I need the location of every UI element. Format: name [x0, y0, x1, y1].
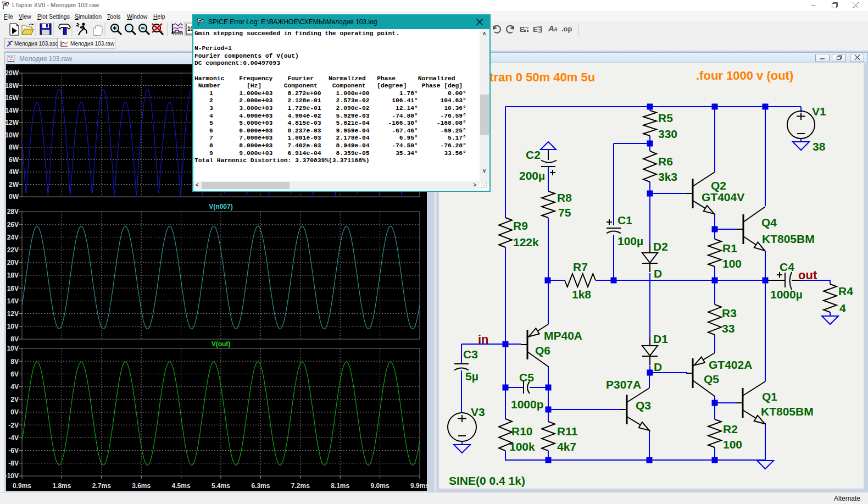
svg-text:14W: 14W: [5, 107, 19, 114]
svg-text:26V: 26V: [7, 221, 19, 229]
svg-text:10V: 10V: [7, 323, 19, 330]
svg-text:C2: C2: [526, 148, 541, 161]
svg-text:out: out: [798, 268, 817, 282]
svg-text:R10: R10: [511, 425, 533, 437]
svg-text:V3: V3: [471, 406, 485, 418]
svg-text:4k7: 4k7: [557, 440, 576, 453]
svg-text:R5: R5: [658, 112, 673, 124]
svg-text:R6: R6: [658, 155, 673, 168]
svg-text:2W: 2W: [9, 181, 19, 189]
svg-text:1k8: 1k8: [572, 288, 591, 301]
svg-text:R1: R1: [722, 242, 737, 254]
svg-text:122k: 122k: [513, 236, 539, 248]
svg-text:12V: 12V: [7, 310, 19, 318]
svg-text:7.2ms: 7.2ms: [291, 482, 310, 490]
svg-text:8V: 8V: [10, 358, 19, 365]
svg-text:330: 330: [658, 128, 677, 140]
svg-text:R9: R9: [513, 219, 528, 232]
svg-text:KT805BM: KT805BM: [762, 232, 815, 245]
svg-text:16W: 16W: [5, 94, 19, 102]
svg-text:Q1: Q1: [762, 390, 777, 403]
svg-text:5µ: 5µ: [465, 370, 478, 383]
svg-text:R8: R8: [557, 191, 572, 204]
svg-text:0W: 0W: [9, 193, 19, 201]
svg-text:R4: R4: [838, 285, 853, 297]
svg-text:P307A: P307A: [606, 378, 641, 391]
svg-text:MP40A: MP40A: [544, 329, 582, 342]
svg-text:10V: 10V: [7, 345, 19, 352]
svg-text:Q2: Q2: [711, 179, 726, 192]
svg-text:9.9ms: 9.9ms: [410, 482, 429, 490]
svg-text:4: 4: [839, 302, 846, 314]
svg-text:12W: 12W: [5, 119, 19, 126]
svg-text:.tran 0 50m 40m 5u: .tran 0 50m 40m 5u: [486, 70, 595, 84]
svg-text:4V: 4V: [10, 383, 19, 391]
svg-text:0V: 0V: [10, 408, 19, 416]
svg-text:SINE(0 0.4 1k): SINE(0 0.4 1k): [449, 474, 525, 487]
svg-text:1000p: 1000p: [511, 398, 544, 411]
svg-text:C5: C5: [519, 371, 534, 384]
svg-text:-10V: -10V: [5, 472, 19, 480]
svg-text:R7: R7: [573, 261, 588, 273]
svg-text:C3: C3: [463, 348, 478, 361]
svg-text:8.1ms: 8.1ms: [331, 482, 349, 490]
svg-text:1000µ: 1000µ: [770, 288, 803, 301]
svg-text:16V: 16V: [7, 285, 19, 292]
svg-text:Q5: Q5: [704, 373, 719, 385]
svg-text:6.3ms: 6.3ms: [251, 482, 270, 490]
svg-text:V(out): V(out): [212, 340, 231, 348]
svg-text:4W: 4W: [9, 168, 19, 176]
svg-text:C1: C1: [617, 214, 632, 226]
svg-text:8W: 8W: [9, 143, 19, 151]
svg-text:28V: 28V: [7, 208, 19, 215]
svg-text:-2V: -2V: [8, 422, 19, 429]
svg-text:R3: R3: [722, 307, 737, 319]
svg-text:KT805BM: KT805BM: [761, 405, 814, 418]
svg-text:V1: V1: [812, 105, 826, 118]
svg-text:8V: 8V: [10, 335, 19, 343]
svg-text:75: 75: [558, 206, 571, 219]
svg-text:6W: 6W: [9, 156, 19, 164]
svg-text:V(n007): V(n007): [209, 203, 232, 211]
svg-text:D1: D1: [653, 333, 668, 345]
svg-text:14V: 14V: [7, 297, 19, 305]
svg-text:2V: 2V: [10, 396, 19, 403]
svg-text:3k3: 3k3: [658, 170, 677, 183]
svg-text:R11: R11: [557, 425, 578, 437]
svg-text:0.9ms: 0.9ms: [13, 482, 31, 490]
svg-text:E: E: [520, 25, 525, 34]
svg-text:22V: 22V: [7, 246, 19, 254]
svg-text:GT404V: GT404V: [702, 191, 744, 203]
svg-text:GT402A: GT402A: [709, 358, 752, 371]
svg-text:-8V: -8V: [8, 459, 19, 467]
svg-text:Q6: Q6: [535, 344, 550, 357]
svg-text:100: 100: [722, 257, 742, 270]
svg-text:3.6ms: 3.6ms: [132, 482, 151, 490]
svg-text:4.5ms: 4.5ms: [172, 482, 191, 490]
svg-text:a: a: [554, 25, 558, 33]
svg-text:100k: 100k: [509, 440, 535, 453]
svg-text:.four 1000 v (out): .four 1000 v (out): [696, 69, 793, 82]
svg-text:.op: .op: [561, 25, 572, 33]
svg-text:2.7ms: 2.7ms: [92, 482, 111, 490]
svg-text:20V: 20V: [7, 259, 19, 267]
svg-text:D: D: [654, 267, 662, 280]
svg-text:∃: ∃: [538, 26, 542, 34]
svg-text:20W: 20W: [5, 69, 19, 77]
svg-text:-6V: -6V: [8, 447, 19, 455]
svg-text:C4: C4: [780, 261, 794, 273]
svg-text:Q4: Q4: [761, 216, 777, 229]
svg-text:24V: 24V: [7, 234, 19, 241]
svg-text:in: in: [478, 333, 489, 346]
svg-text:9.0ms: 9.0ms: [371, 482, 390, 490]
svg-text:R2: R2: [723, 423, 738, 435]
svg-text:18V: 18V: [7, 272, 19, 279]
svg-text:200µ: 200µ: [519, 169, 545, 182]
svg-text:100: 100: [723, 438, 742, 451]
svg-text:38: 38: [813, 140, 826, 153]
svg-text:-4V: -4V: [8, 434, 19, 442]
svg-text:D2: D2: [653, 240, 668, 253]
svg-text:10W: 10W: [5, 131, 19, 139]
svg-text:5.4ms: 5.4ms: [212, 482, 230, 490]
svg-text:1.8ms: 1.8ms: [52, 482, 71, 490]
